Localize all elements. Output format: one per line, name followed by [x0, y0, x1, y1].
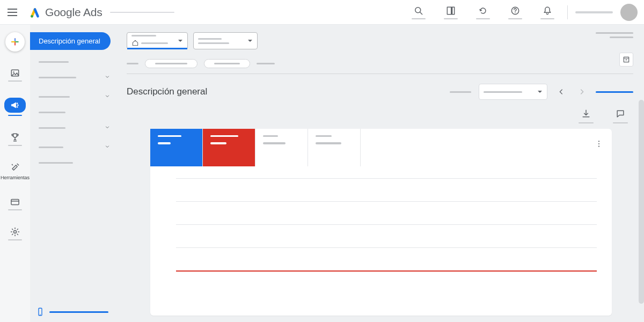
- chevron-right-icon: [577, 87, 586, 96]
- gear-icon: [10, 226, 20, 237]
- svg-point-20: [40, 314, 41, 315]
- overview-chart-card: [150, 129, 612, 316]
- nav-item-expandable[interactable]: [39, 120, 111, 136]
- search-icon: [413, 5, 424, 16]
- svg-point-0: [31, 14, 33, 17]
- secondary-nav: Descripción general: [30, 25, 116, 322]
- refresh-button[interactable]: [471, 5, 495, 19]
- feedback-icon: [615, 108, 626, 119]
- product-logo[interactable]: Google Ads: [29, 6, 103, 19]
- date-prev-button[interactable]: [555, 85, 568, 98]
- rail-item-billing[interactable]: [4, 193, 26, 214]
- date-range-label: [450, 91, 471, 93]
- rail-item-tools[interactable]: Herramientas: [4, 159, 26, 184]
- reports-icon: [445, 5, 456, 16]
- panel-collapse-icon: [622, 55, 631, 64]
- nav-footer-link[interactable]: [35, 307, 108, 317]
- rail-item-assets[interactable]: [4, 64, 26, 85]
- svg-point-25: [598, 146, 599, 147]
- svg-point-14: [17, 105, 18, 106]
- nav-item[interactable]: [39, 158, 111, 167]
- account-switcher[interactable]: [110, 12, 174, 13]
- nav-item-expandable[interactable]: [39, 139, 111, 155]
- metric-tab-1[interactable]: [150, 129, 203, 166]
- caret-down-icon: [178, 38, 183, 43]
- date-range-dropdown[interactable]: [479, 84, 547, 100]
- nav-item-expandable[interactable]: [39, 89, 111, 105]
- phone-icon: [35, 307, 45, 317]
- trophy-icon: [10, 132, 20, 143]
- nav-item-expandable[interactable]: [39, 69, 111, 85]
- user-avatar[interactable]: [620, 4, 638, 21]
- rail-tools-label: Herramientas: [1, 175, 30, 180]
- campaign-selector[interactable]: [127, 32, 188, 49]
- metric-tabs: [150, 129, 612, 166]
- page-title-bar: Descripción general: [127, 84, 633, 100]
- svg-rect-4: [451, 7, 452, 14]
- add-filter-button[interactable]: [257, 63, 275, 64]
- left-rail: Herramientas: [0, 25, 30, 322]
- bell-icon: [542, 5, 553, 16]
- svg-point-12: [13, 71, 14, 72]
- chevron-left-icon: [557, 87, 566, 96]
- feedback-button[interactable]: [613, 108, 628, 123]
- date-range-link[interactable]: [596, 91, 633, 93]
- svg-point-15: [17, 106, 18, 107]
- filter-chip[interactable]: [145, 59, 197, 68]
- refresh-icon: [478, 5, 488, 16]
- metric-tab-4[interactable]: [308, 129, 361, 166]
- page-title: Descripción general: [127, 86, 207, 97]
- rail-item-campaigns[interactable]: [4, 94, 26, 119]
- notifications-button[interactable]: [535, 5, 560, 19]
- filter-chip[interactable]: [204, 59, 250, 68]
- collapse-panel-button[interactable]: [619, 53, 633, 67]
- card-menu-button[interactable]: [595, 140, 603, 150]
- main-menu-button[interactable]: [6, 6, 19, 19]
- rail-item-goals[interactable]: [4, 129, 26, 149]
- card-icon: [10, 196, 20, 207]
- svg-point-23: [598, 141, 599, 142]
- ads-logo-mark: [29, 6, 41, 18]
- svg-point-13: [17, 103, 18, 104]
- card-actions: [127, 108, 633, 123]
- chevron-down-icon: [104, 124, 111, 130]
- caret-down-icon: [247, 38, 253, 43]
- help-button[interactable]: [503, 5, 528, 19]
- svg-point-24: [598, 143, 599, 144]
- divider: [567, 5, 568, 19]
- create-button[interactable]: [5, 32, 25, 52]
- nav-item[interactable]: [39, 108, 111, 116]
- more-vert-icon: [595, 140, 603, 148]
- svg-point-6: [515, 12, 516, 13]
- tools-icon: [10, 162, 20, 173]
- vertical-scrollbar[interactable]: [639, 100, 644, 304]
- adgroup-selector[interactable]: [193, 32, 258, 49]
- content-area: Descripción general: [116, 25, 644, 322]
- filter-bar: [127, 59, 633, 74]
- caret-down-icon: [537, 89, 543, 94]
- reports-button[interactable]: [438, 5, 463, 19]
- chevron-down-icon: [104, 74, 111, 80]
- megaphone-icon: [10, 100, 20, 111]
- nav-item-overview[interactable]: Descripción general: [30, 32, 111, 50]
- account-id-label[interactable]: [575, 11, 613, 13]
- header-tools: [406, 4, 638, 21]
- download-button[interactable]: [579, 108, 594, 123]
- metric-tab-3[interactable]: [255, 129, 308, 166]
- date-next-button[interactable]: [575, 85, 588, 98]
- nav-item[interactable]: [39, 57, 111, 66]
- download-icon: [581, 108, 591, 119]
- metric-tab-2[interactable]: [203, 129, 255, 166]
- scope-selectors: [127, 32, 633, 49]
- product-name: Google Ads: [45, 6, 103, 19]
- rail-item-admin[interactable]: [4, 223, 26, 244]
- performance-chart: [150, 166, 612, 272]
- svg-point-18: [14, 231, 17, 233]
- help-icon: [510, 5, 521, 16]
- app-header: Google Ads: [0, 0, 644, 25]
- home-icon: [131, 39, 139, 47]
- search-button[interactable]: [406, 5, 431, 19]
- chevron-down-icon: [104, 93, 111, 99]
- chevron-down-icon: [104, 143, 111, 150]
- svg-rect-16: [11, 199, 19, 204]
